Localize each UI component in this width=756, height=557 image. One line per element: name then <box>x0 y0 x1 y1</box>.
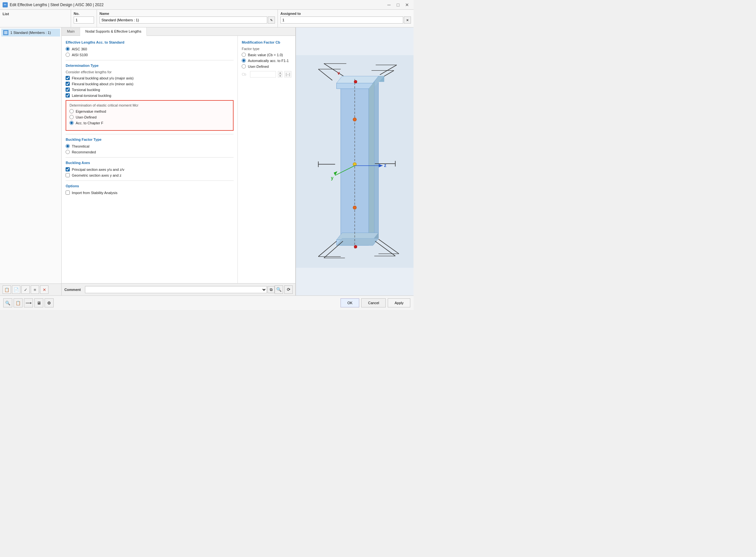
radio-recommended[interactable]: Recommended <box>65 150 233 154</box>
preview-btn-1[interactable]: 🔍 <box>275 286 283 294</box>
svg-marker-23 <box>337 238 379 245</box>
filter-button[interactable]: ≡ <box>31 286 39 294</box>
tabs-bar: Main Nodal Supports & Effective Lengths <box>62 27 295 36</box>
list-items-container: 1 Standard (Members : 1) <box>0 27 61 284</box>
title-bar: ✏ Edit Effective Lengths | Steel Design … <box>0 0 414 10</box>
ok-button[interactable]: OK <box>340 298 359 307</box>
check-button[interactable]: ✓ <box>21 286 30 294</box>
tab-nodal-supports[interactable]: Nodal Supports & Effective Lengths <box>80 27 147 36</box>
svg-point-25 <box>353 118 356 121</box>
cb-geometric-axes-input[interactable] <box>65 173 70 177</box>
cb-input-row: Cb ▲ ▼ [--] <box>242 71 291 78</box>
beam-svg: y z v <box>296 27 414 295</box>
radio-user-defined-cb[interactable]: User-Defined <box>242 64 291 68</box>
elastic-critical-box: Determination of elastic critical moment… <box>65 100 233 131</box>
minimize-button[interactable]: ─ <box>385 1 393 9</box>
tool-btn-2[interactable]: 📋 <box>13 298 23 307</box>
radio-aisi-s100-input[interactable] <box>65 53 70 57</box>
list-item-icon <box>3 30 8 35</box>
cb-geometric-axes[interactable]: Geometric section axes y and z <box>65 173 233 177</box>
cb-torsional[interactable]: Torsional buckling <box>65 88 233 92</box>
radio-acc-chapter-f-input[interactable] <box>69 121 74 125</box>
cb-principal-axes-input[interactable] <box>65 167 70 172</box>
radio-recommended-input[interactable] <box>65 150 70 154</box>
cb-import-stability-input[interactable] <box>65 190 70 195</box>
assigned-input[interactable] <box>280 17 403 24</box>
options-group: Import from Stability Analysis <box>65 190 233 195</box>
list-label: List <box>3 12 9 16</box>
tool-btn-3[interactable]: ⟶ <box>24 298 33 307</box>
radio-basic-value[interactable]: Basic value (Cb = 1.0) <box>242 53 291 57</box>
bottom-bar: Comment ⧉ 🔍 ⟳ <box>62 283 295 295</box>
preview-btn-2[interactable]: ⟳ <box>284 286 293 294</box>
radio-aisc360-input[interactable] <box>65 47 70 51</box>
cb-lateral-torsional-input[interactable] <box>65 93 70 97</box>
svg-text:y: y <box>331 175 333 180</box>
cb-factor-group: Basic value (Cb = 1.0) Automatically acc… <box>242 53 291 68</box>
copy-button[interactable]: 📄 <box>12 286 20 294</box>
buckling-axes-header: Buckling Axes <box>65 161 233 165</box>
cb-principal-axes[interactable]: Principal section axes y/u and z/v <box>65 167 233 172</box>
buckling-factor-group: Theoretical Recommended <box>65 144 233 154</box>
svg-text:v: v <box>337 70 340 76</box>
list-item[interactable]: 1 Standard (Members : 1) <box>1 29 60 36</box>
cb-spin-down: ▼ <box>278 74 282 78</box>
tool-btn-5[interactable]: ⚙ <box>45 298 54 307</box>
radio-theoretical[interactable]: Theoretical <box>65 144 233 148</box>
cb-flexural-major[interactable]: Flexural buckling about y/u (major axis) <box>65 76 233 80</box>
radio-user-defined-input[interactable] <box>69 115 74 119</box>
close-button[interactable]: ✕ <box>403 1 411 9</box>
modification-factor-header: Modification Factor Cb <box>242 40 291 44</box>
main-content: Main Nodal Supports & Effective Lengths … <box>62 27 296 295</box>
comment-area: Comment ⧉ <box>64 286 275 293</box>
header-row: List No. Name ✎ Assigned to ✕ <box>0 10 414 27</box>
svg-point-29 <box>354 245 357 248</box>
radio-aisc360[interactable]: AISC 360 <box>65 47 233 51</box>
radio-eigenvalue[interactable]: Eigenvalue method <box>69 109 230 113</box>
delete-button[interactable]: ✕ <box>40 286 49 294</box>
radio-auto-f11[interactable]: Automatically acc. to F1-1 <box>242 58 291 63</box>
cb-flexural-minor[interactable]: Flexural buckling about z/v (minor axis) <box>65 82 233 86</box>
determination-type-header: Determination Type <box>65 64 233 67</box>
cb-flexural-major-input[interactable] <box>65 76 70 80</box>
list-panel: 1 Standard (Members : 1) 📋 📄 ✓ ≡ ✕ <box>0 27 62 295</box>
tool-btn-4[interactable]: 🖥 <box>34 298 43 307</box>
preview-buttons: 🔍 ⟳ <box>275 286 293 294</box>
name-edit-button[interactable]: ✎ <box>268 17 275 24</box>
svg-text:z: z <box>384 163 386 168</box>
apply-button[interactable]: Apply <box>388 298 410 307</box>
tool-btn-1[interactable]: 🔍 <box>3 298 12 307</box>
radio-aisi-s100[interactable]: AISI S100 <box>65 53 233 57</box>
cb-flexural-minor-input[interactable] <box>65 82 70 86</box>
cb-import-stability[interactable]: Import from Stability Analysis <box>65 190 233 195</box>
footer-bar: 🔍 📋 ⟶ 🖥 ⚙ OK Cancel Apply <box>0 295 414 310</box>
list-item-label: 1 Standard (Members : 1) <box>10 31 51 34</box>
no-input[interactable] <box>74 17 94 24</box>
cb-lateral-torsional[interactable]: Lateral-torsional buckling <box>65 93 233 97</box>
radio-eigenvalue-input[interactable] <box>69 109 74 113</box>
tab-main[interactable]: Main <box>62 27 80 35</box>
name-label: Name <box>100 11 275 16</box>
svg-marker-20 <box>369 82 374 240</box>
cancel-button[interactable]: Cancel <box>361 298 386 307</box>
radio-auto-f11-input[interactable] <box>242 58 246 63</box>
svg-marker-19 <box>337 76 379 83</box>
preview-panel: y z v <box>296 27 414 295</box>
comment-copy-button[interactable]: ⧉ <box>268 286 275 293</box>
radio-theoretical-input[interactable] <box>65 144 70 148</box>
cb-value-input <box>250 71 276 78</box>
radio-user-defined-cb-input[interactable] <box>242 64 246 68</box>
settings-panel: Effective Lengths Acc. to Standard AISC … <box>62 36 238 283</box>
radio-basic-value-input[interactable] <box>242 53 246 57</box>
assigned-clear-button[interactable]: ✕ <box>404 17 411 24</box>
radio-acc-chapter-f[interactable]: Acc. to Chapter F <box>69 121 230 125</box>
comment-select[interactable] <box>85 286 267 293</box>
radio-user-defined[interactable]: User-Defined <box>69 115 230 119</box>
cb-torsional-input[interactable] <box>65 88 70 92</box>
name-input[interactable] <box>100 17 267 24</box>
options-header: Options <box>65 184 233 188</box>
add-button[interactable]: 📋 <box>3 286 11 294</box>
factor-type-label: Factor type <box>242 47 291 51</box>
maximize-button[interactable]: □ <box>394 1 402 9</box>
elastic-radio-group: Eigenvalue method User-Defined Acc. to C… <box>69 109 230 125</box>
